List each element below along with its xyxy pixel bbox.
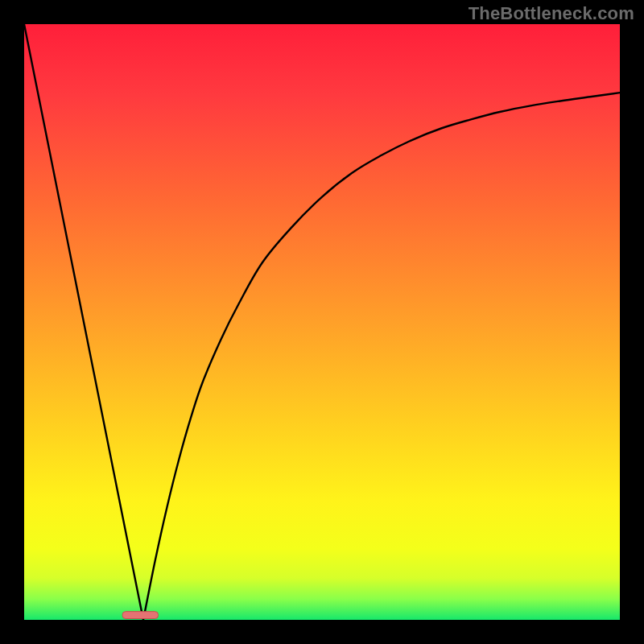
bottleneck-chart — [0, 0, 644, 644]
watermark-text: TheBottleneck.com — [469, 3, 634, 24]
optimum-marker — [122, 612, 158, 619]
plot-background — [24, 24, 620, 620]
chart-frame: TheBottleneck.com — [0, 0, 644, 644]
